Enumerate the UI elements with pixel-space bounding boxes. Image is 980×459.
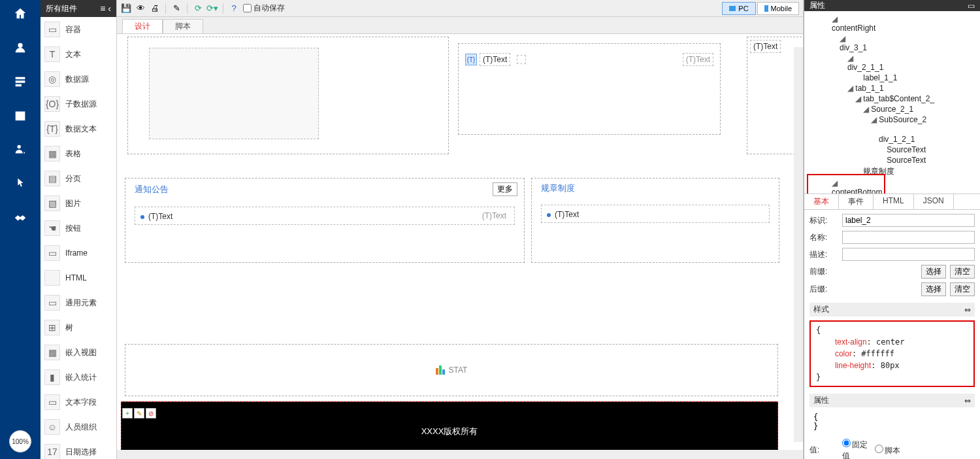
component-icon: 17 [44,444,60,459]
users-icon[interactable] [12,39,29,56]
preview-icon[interactable]: 👁 [135,3,146,14]
component-item[interactable]: ▭容器 [41,17,116,42]
pointer-icon[interactable] [12,175,29,192]
component-item[interactable]: ▧图片 [41,191,116,216]
id-field[interactable] [842,214,975,227]
panel-top-center[interactable]: {T} (T)Text (T)Text [458,43,721,135]
footer-text: XXXX版权所有 [421,426,478,437]
handshake-icon[interactable] [12,209,29,226]
edit-icon[interactable]: ✎ [171,3,182,14]
print-icon[interactable]: 🖨 [150,3,160,14]
tree-node[interactable]: div_1_2_1 [804,125,980,144]
tree-node[interactable]: label_1_1 [804,73,980,83]
value-script-radio[interactable]: 脚本 [875,445,904,456]
calendar-icon[interactable] [12,107,29,124]
tree-node[interactable]: ◢ SubSource_2 [804,114,980,125]
component-label: 子数据源 [65,99,97,110]
delete-icon[interactable]: ⊘ [146,408,156,418]
panel-notice[interactable]: 通知公告 更多 (T)Text (T)Text [125,178,525,263]
suffix-clear-button[interactable]: 清空 [950,282,975,296]
text-placeholder-light[interactable]: (T)Text [683,53,713,66]
component-item[interactable]: {T}数据文本 [41,116,116,141]
component-item[interactable]: ▮嵌入统计 [41,365,116,390]
component-item[interactable]: ▦表格 [41,141,116,166]
attr-section-label: 属性 [813,395,829,406]
ptab-event[interactable]: 事件 [839,194,874,209]
edit-icon[interactable]: ✎ [134,408,144,418]
component-item[interactable]: T文本 [41,42,116,67]
component-item[interactable]: ⊞树 [41,315,116,340]
person-settings-icon[interactable] [12,141,29,158]
tree-node[interactable]: ◢ contentBottom [804,178,980,194]
ptab-basic[interactable]: 基本 [804,194,839,209]
ptab-html[interactable]: HTML [874,194,914,209]
expand-icon[interactable]: ⇔ [964,396,971,405]
text-placeholder[interactable]: (T)Text [480,53,510,66]
panel-top-left[interactable] [127,37,449,154]
tree-node[interactable]: ◢ Source_2_1 [804,104,980,114]
list-item[interactable]: (T)Text [541,205,770,223]
component-item[interactable]: ▭文本字段 [41,390,116,415]
tree-node[interactable]: ◢ contentRight [804,14,980,33]
refresh-all-icon[interactable]: ⟳▾ [207,3,218,14]
component-label: 通用元素 [65,298,97,309]
name-field[interactable] [842,231,975,244]
hamburger-icon[interactable]: ≡ ‹ [100,3,111,14]
canvas-viewport[interactable]: {T} (T)Text (T)Text (T)Text 通知公告 更多 (T)T… [117,34,803,459]
component-item[interactable]: ▭Iframe [41,241,116,265]
minimize-icon[interactable]: ▭ [968,1,975,10]
value-fixed-radio[interactable]: 固定值 [842,439,871,459]
tree-node[interactable]: ◢ tab_1_1 [804,83,980,94]
component-item[interactable]: ☚按钮 [41,216,116,241]
more-button[interactable]: 更多 [493,182,517,196]
text-placeholder[interactable]: (T)Text [750,40,781,53]
zoom-badge[interactable]: 100% [9,430,31,452]
view-mobile-button[interactable]: Mobile [757,2,799,15]
tab-script[interactable]: 脚本 [163,19,203,33]
tab-design[interactable]: 设计 [122,19,163,33]
element-tree[interactable]: ◢ contentRight◢ div_3_1◢ div_2_1_1 label… [804,11,980,194]
scrollbar-vertical[interactable] [794,47,803,442]
home-icon[interactable] [12,5,29,22]
components-panel: 所有组件 ≡ ‹ ▭容器T文本◎数据源{O}子数据源{T}数据文本▦表格▤分页▧… [41,0,117,459]
tiny-box[interactable] [517,55,526,64]
component-icon: {O} [44,96,60,112]
stat-label: STAT [449,366,468,375]
suffix-select-button[interactable]: 选择 [921,282,946,296]
component-item[interactable]: HTML [41,265,116,290]
panel-stat[interactable]: STAT [125,344,778,396]
refresh-icon[interactable]: ⟳ [193,3,203,14]
properties-panel: 属性 ▭ ◢ contentRight◢ div_3_1◢ div_2_1_1 … [804,0,980,459]
panel-rules[interactable]: 规章制度 (T)Text [531,178,779,263]
ptab-json[interactable]: JSON [914,194,954,209]
component-item[interactable]: ▭通用元素 [41,290,116,315]
autosave-toggle[interactable]: 自动保存 [243,3,285,14]
component-item[interactable]: ◎数据源 [41,67,116,92]
image-placeholder[interactable] [149,48,319,139]
tree-node[interactable]: 规章制度 [804,165,980,178]
desc-field[interactable] [842,248,975,261]
form-icon[interactable] [12,73,29,90]
component-item[interactable]: ▤分页 [41,166,116,191]
attr-code[interactable]: { } [809,411,975,432]
tree-node[interactable]: SourceText [804,155,980,165]
help-icon[interactable]: ? [229,3,239,14]
component-item[interactable]: ▦嵌入视图 [41,340,116,365]
component-item[interactable]: 17日期选择 [41,439,116,459]
tree-node[interactable]: SourceText [804,144,980,155]
prefix-clear-button[interactable]: 清空 [950,265,975,279]
expand-icon[interactable]: ⇔ [964,305,971,314]
add-icon[interactable]: ＋ [122,408,133,418]
save-icon[interactable]: 💾 [121,3,131,14]
component-item[interactable]: ☺人员组织 [41,415,116,439]
tree-node[interactable]: ◢ div_2_1_1 [804,53,980,73]
list-item[interactable]: (T)Text (T)Text [135,207,515,225]
scrollbar-horizontal[interactable] [117,450,803,459]
view-pc-button[interactable]: PC [722,2,755,15]
prefix-select-button[interactable]: 选择 [921,265,946,279]
property-tabs: 基本 事件 HTML JSON [804,194,980,210]
tree-node[interactable]: ◢ tab_tab$Content_2_ [804,94,980,104]
style-code[interactable]: { text-align: center color: #ffffff line… [809,320,975,387]
tree-node[interactable]: ◢ div_3_1 [804,33,980,53]
component-item[interactable]: {O}子数据源 [41,92,116,116]
